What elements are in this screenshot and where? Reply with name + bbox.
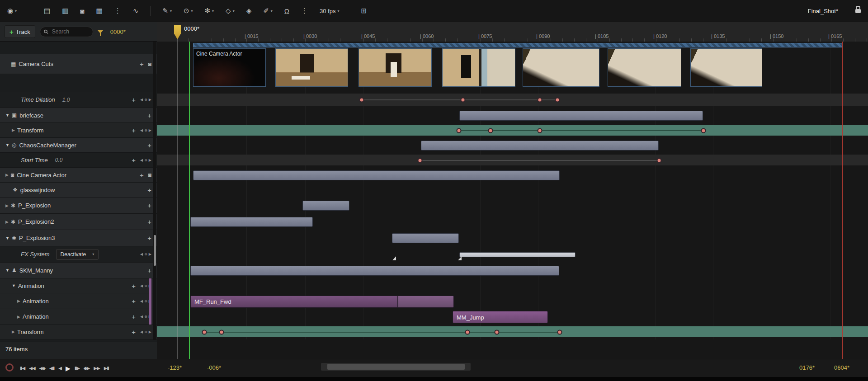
search-box[interactable] xyxy=(40,27,93,37)
jump-to-front-button[interactable]: ▮◀ xyxy=(20,366,25,371)
section-marker[interactable] xyxy=(458,256,462,260)
caret-right-icon[interactable]: ▶ xyxy=(17,299,20,303)
track-row-time-dilation[interactable]: Time Dilation1.0+◀⊕▶ xyxy=(0,92,157,108)
keyframe[interactable] xyxy=(495,329,500,334)
caret-right-icon[interactable]: ▶ xyxy=(12,329,15,334)
play-fast-button[interactable]: ▶▶ xyxy=(94,366,99,371)
keyframe[interactable] xyxy=(465,329,470,334)
lock-icon[interactable] xyxy=(855,9,861,13)
previous-key-button[interactable]: ◀◆ xyxy=(39,366,45,371)
next-key-button[interactable]: ◆▶ xyxy=(84,366,90,371)
previous-key-button[interactable]: ◀ xyxy=(140,330,143,334)
world-icon[interactable]: ◉▾ xyxy=(7,7,17,15)
caret-right-icon[interactable]: ▶ xyxy=(5,220,9,224)
keyframe[interactable] xyxy=(461,98,466,103)
keyframe-options-icon[interactable]: ✎▾ xyxy=(162,7,172,15)
add-section-button[interactable]: + xyxy=(132,313,136,320)
previous-key-button[interactable]: ◀ xyxy=(140,315,143,319)
clip-bar-mf_run_fwd[interactable]: MF_Run_Fwd xyxy=(190,296,454,308)
clip-bar-cine-camera-actor[interactable] xyxy=(193,170,560,180)
track-row-cine-camera-actor[interactable]: ▶◙Cine Camera Actor+◙ xyxy=(0,168,157,183)
track-row-chaos-cache[interactable]: ▼◎ChaosCacheManager+ xyxy=(0,138,157,153)
camera-button[interactable]: ◙ xyxy=(148,61,151,67)
add-section-button[interactable]: + xyxy=(147,187,151,193)
fps-dropdown[interactable]: 30 fps▾ xyxy=(320,8,339,14)
keyframe[interactable] xyxy=(538,98,542,103)
camera-cut-thumbnail[interactable] xyxy=(275,48,348,87)
options-dots-icon[interactable]: ⋮ xyxy=(114,7,121,15)
create-camera-icon[interactable]: ◙ xyxy=(80,7,84,15)
clip-bar-p-explosion[interactable] xyxy=(302,201,349,211)
next-frame-button[interactable]: ▮▶ xyxy=(75,366,80,371)
track-row-transform-2[interactable]: ▶Transform+◀⊕▶ xyxy=(0,325,157,339)
track-row-briefcase[interactable]: ▼▣briefcase+ xyxy=(0,108,157,123)
keyframe[interactable] xyxy=(555,98,560,103)
clip-bar-p-explosion3[interactable] xyxy=(392,233,459,243)
add-section-button[interactable]: + xyxy=(132,127,136,134)
keyframe[interactable] xyxy=(359,98,364,103)
render-movie-icon[interactable]: ▦ xyxy=(96,7,103,15)
track-row-p-explosion3[interactable]: ▼✱P_Explosion3+ xyxy=(0,230,157,246)
view-range-start[interactable]: -123* xyxy=(168,364,182,371)
add-key-button[interactable]: ⊕ xyxy=(144,252,147,256)
caret-right-icon[interactable]: ▶ xyxy=(17,315,20,319)
track-row-start-time[interactable]: Start Time0.0+◀⊕▶ xyxy=(0,153,157,168)
next-key-button[interactable]: ▶ xyxy=(149,128,151,132)
track-row-animation-3[interactable]: ▶Animation+◀⊕▶ xyxy=(0,309,157,325)
track-row-camera-cuts[interactable]: ▦Camera Cuts+◙ xyxy=(0,54,157,74)
clip-bar-briefcase[interactable] xyxy=(459,111,703,121)
playback-start-line[interactable] xyxy=(189,42,190,359)
add-key-button[interactable]: ⊕ xyxy=(144,330,147,334)
add-key-button[interactable]: ⊕ xyxy=(144,128,147,132)
save-icon[interactable]: ▤ xyxy=(44,7,50,15)
timeline-ruler[interactable]: | 0015| 0030| 0045| 0060| 0075| 0090| 01… xyxy=(157,22,868,42)
clip-bar-mm_jump[interactable]: MM_Jump xyxy=(453,311,548,323)
add-key-button[interactable]: ⊕ xyxy=(144,284,147,288)
playback-end-line[interactable] xyxy=(842,42,843,359)
playback-options-icon[interactable]: ✻▾ xyxy=(205,7,214,15)
camera-cut-thumbnail[interactable] xyxy=(442,48,515,87)
marker-icon[interactable]: ✐▾ xyxy=(263,7,273,15)
keyframe[interactable] xyxy=(488,128,493,133)
add-section-button[interactable]: + xyxy=(147,202,151,209)
keyframe[interactable] xyxy=(418,158,423,163)
clip-bar-skm-manny[interactable] xyxy=(190,266,559,276)
panel-scrollbar-thumb[interactable] xyxy=(154,235,156,266)
more-dots-icon[interactable]: ⋮ xyxy=(301,7,308,15)
previous-key-button[interactable]: ◀ xyxy=(140,98,143,102)
caret-down-icon[interactable]: ▼ xyxy=(5,143,9,147)
curve-editor-icon[interactable]: ∿ xyxy=(133,7,139,15)
add-key-button[interactable]: ⊕ xyxy=(144,315,147,319)
keyframe[interactable] xyxy=(219,329,224,334)
track-row-skm-manny[interactable]: ▼♟SKM_Manny+ xyxy=(0,263,157,278)
panel-scrollbar[interactable] xyxy=(153,42,156,340)
fx-system-dropdown[interactable]: Deactivate▾ xyxy=(56,249,99,260)
clip-bar-fx-system[interactable] xyxy=(459,252,576,257)
keyframe[interactable] xyxy=(457,128,462,133)
key-settings-icon[interactable]: ◇▾ xyxy=(226,7,235,15)
add-section-button[interactable]: + xyxy=(140,61,144,67)
camera-cut-thumbnail[interactable] xyxy=(523,48,599,87)
next-key-button[interactable]: ▶ xyxy=(149,330,151,334)
caret-down-icon[interactable]: ▼ xyxy=(5,113,9,118)
add-section-button[interactable]: + xyxy=(132,157,136,164)
add-section-button[interactable]: + xyxy=(132,282,136,289)
current-time-display[interactable]: 0000* xyxy=(110,28,126,35)
previous-key-button[interactable]: ◀ xyxy=(140,284,143,288)
track-row-p-explosion[interactable]: ▶✱P_Explosion+ xyxy=(0,198,157,214)
jump-to-end-button[interactable]: ▶▮ xyxy=(104,366,109,371)
keyframe[interactable] xyxy=(538,128,542,133)
timeline-scrollbar-thumb[interactable] xyxy=(327,364,465,370)
track-row-animation-2[interactable]: ▶Animation+◀⊕▶ xyxy=(0,293,157,309)
track-row-fx-system[interactable]: FX SystemDeactivate▾◀⊕▶ xyxy=(0,246,157,263)
next-key-button[interactable]: ▶ xyxy=(149,98,151,102)
caret-right-icon[interactable]: ▶ xyxy=(12,128,15,132)
add-key-button[interactable]: ⊕ xyxy=(144,98,147,102)
play-reverse-button[interactable]: ◀ xyxy=(58,366,61,371)
track-row-animation-1[interactable]: ▼Animation+◀⊕▶ xyxy=(0,278,157,293)
caret-down-icon[interactable]: ▼ xyxy=(12,283,16,288)
keyframe[interactable] xyxy=(202,329,207,334)
previous-key-button[interactable]: ◀ xyxy=(140,252,143,256)
add-section-button[interactable]: + xyxy=(140,172,144,179)
play-button[interactable]: ▶ xyxy=(66,365,71,372)
